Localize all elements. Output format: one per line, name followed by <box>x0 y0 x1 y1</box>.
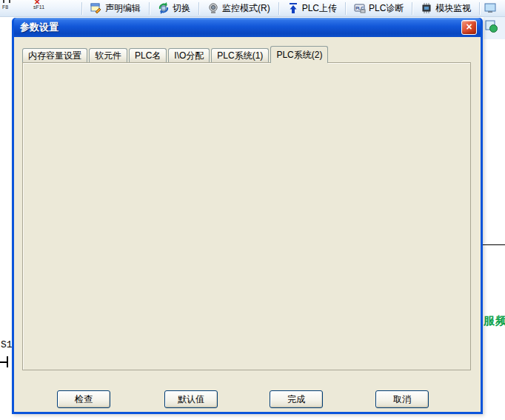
project-data-icon[interactable] <box>485 20 498 33</box>
toolbar-partial-left: F8 ✕ sF11 <box>0 0 77 17</box>
toolbar-button-monitor-mode[interactable]: 监控模式(R) <box>204 1 274 16</box>
tab-devices[interactable]: 软元件 <box>89 48 127 63</box>
finish-button[interactable]: 完成 <box>270 390 323 408</box>
toolbar-button-label: 声明编辑 <box>105 2 141 15</box>
plc-upload-icon <box>287 2 299 14</box>
check-button[interactable]: 检查 <box>57 390 110 408</box>
module-monitor-icon <box>421 2 432 14</box>
window-monitor-icon[interactable] <box>484 3 498 14</box>
toolbar-button-label: 监控模式(R) <box>222 2 270 15</box>
tab-memory-capacity[interactable]: 内存容量设置 <box>22 48 87 63</box>
default-button[interactable]: 默认值 <box>164 390 218 408</box>
ladder-contact-icon <box>3 0 10 3</box>
plc-diagnostics-icon: PLC <box>354 2 366 14</box>
main-toolbar: F8 ✕ sF11 声明编辑 切换 <box>0 0 505 17</box>
toolbar-button-label: 模块监视 <box>435 2 471 15</box>
statement-edit-icon <box>90 2 102 14</box>
tab-plc-name[interactable]: PLC名 <box>129 48 167 63</box>
ladder-line <box>7 356 8 367</box>
tab-page-plc-system-2 <box>22 62 471 370</box>
toolbar-button-label: PLC上传 <box>302 2 337 15</box>
toolbar-button-sf11[interactable]: ✕ sF11 <box>31 0 53 17</box>
cancel-button[interactable]: 取消 <box>375 390 429 408</box>
parameter-settings-dialog: 参数设置 × 内存容量设置 软元件 PLC名 I\O分配 PLC系统(1) PL… <box>12 18 483 414</box>
monitor-mode-icon <box>207 2 219 14</box>
dialog-titlebar[interactable]: 参数设置 × <box>14 18 481 37</box>
toolbar-button-label: 切换 <box>173 2 190 15</box>
toolbar-button-module-monitor[interactable]: 模块监视 <box>417 1 475 16</box>
toolbar-caption: sF11 <box>33 4 44 10</box>
right-dock-panel <box>484 17 505 39</box>
ladder-rung-line <box>483 244 505 245</box>
switch-icon <box>158 2 170 14</box>
toolbar-separator <box>412 2 412 15</box>
app-screen: F8 ✕ sF11 声明编辑 切换 <box>0 0 505 420</box>
tab-plc-system-2[interactable]: PLC系统(2) <box>270 46 328 63</box>
toolbar-separator <box>149 2 150 15</box>
toolbar-separator <box>479 2 480 15</box>
toolbar-separator <box>278 2 279 15</box>
toolbar-button-switch[interactable]: 切换 <box>154 1 194 16</box>
toolbar-separator <box>198 2 199 15</box>
toolbar-button-plc-diagnostics[interactable]: PLC PLC诊断 <box>350 1 407 16</box>
toolbar-caption: F8 <box>2 4 8 10</box>
dialog-body: 内存容量设置 软元件 PLC名 I\O分配 PLC系统(1) PLC系统(2) … <box>14 37 481 412</box>
toolbar-separator <box>81 2 82 15</box>
toolbar-button-statement-edit[interactable]: 声明编辑 <box>87 1 144 16</box>
tab-plc-system-1[interactable]: PLC系统(1) <box>211 48 269 63</box>
close-button[interactable]: × <box>461 20 477 35</box>
ladder-comment-text: 服频 <box>484 314 505 328</box>
toolbar-separator <box>345 2 346 15</box>
toolbar-button-plc-upload[interactable]: PLC上传 <box>284 1 341 16</box>
toolbar-button-label: PLC诊断 <box>369 2 404 15</box>
tab-strip: 内存容量设置 软元件 PLC名 I\O分配 PLC系统(1) PLC系统(2) <box>22 46 330 63</box>
dialog-title: 参数设置 <box>18 21 58 34</box>
ladder-device-label: S1 <box>1 339 13 350</box>
toolbar-button-f8[interactable]: F8 <box>0 0 22 17</box>
tab-io-assignment[interactable]: I\O分配 <box>168 48 210 63</box>
